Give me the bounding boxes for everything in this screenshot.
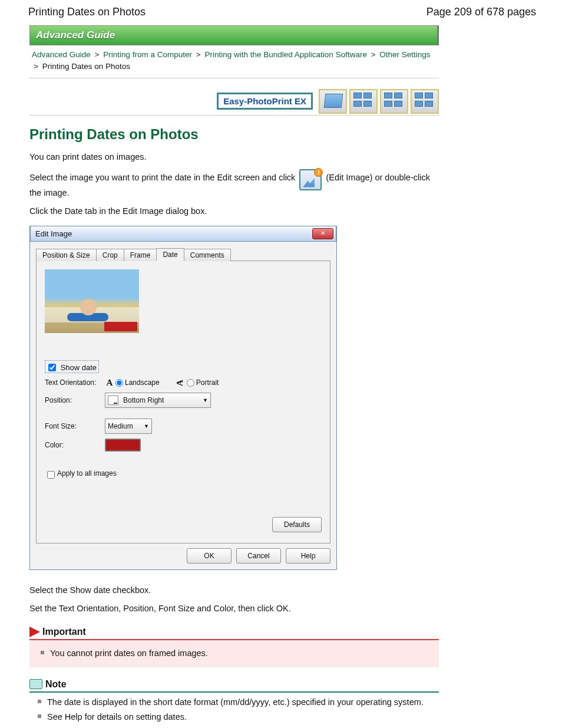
important-item: You cannot print dates on framed images. — [41, 647, 436, 660]
edit-image-icon: i — [299, 169, 322, 190]
dialog-titlebar: Edit Image ✕ — [30, 226, 336, 242]
dialog-title-text: Edit Image — [35, 229, 72, 238]
note-item: The date is displayed in the short date … — [38, 696, 439, 709]
layout-thumb-icon[interactable] — [411, 89, 439, 114]
important-callout: Important You cannot print dates on fram… — [29, 627, 439, 667]
tab-frame[interactable]: Frame — [124, 249, 157, 261]
orientation-portrait-label: Portrait — [196, 378, 219, 387]
position-value: Bottom Right — [123, 396, 164, 404]
defaults-button[interactable]: Defaults — [272, 517, 322, 532]
breadcrumb-sep: > — [196, 50, 201, 59]
note-item: See Help for details on setting dates. — [38, 711, 439, 723]
layout-thumb-icon[interactable] — [319, 89, 347, 114]
color-swatch-button[interactable] — [105, 439, 141, 452]
orientation-portrait-radio[interactable] — [187, 379, 194, 387]
edit-image-dialog: Edit Image ✕ Position & Size Crop Frame … — [29, 226, 337, 570]
instruction-text: Select the image you want to print the d… — [29, 169, 439, 199]
breadcrumb-link[interactable]: Other Settings — [379, 50, 430, 59]
show-date-checkbox[interactable] — [48, 364, 56, 371]
position-label: Position: — [45, 396, 105, 404]
apply-all-checkbox[interactable] — [47, 471, 55, 479]
orientation-landscape-label: Landscape — [125, 378, 160, 387]
layout-thumb-icon[interactable] — [380, 89, 408, 114]
note-heading: Note — [45, 679, 67, 690]
breadcrumb-sep: > — [34, 62, 38, 71]
breadcrumb-link[interactable]: Printing with the Bundled Application So… — [204, 50, 366, 59]
tab-date[interactable]: Date — [156, 248, 184, 261]
orientation-landscape-radio[interactable] — [115, 379, 123, 387]
app-icon-row: Easy-PhotoPrint EX — [29, 89, 439, 116]
note-callout: Note The date is displayed in the short … — [29, 679, 439, 723]
ok-button[interactable]: OK — [187, 548, 232, 564]
cancel-button[interactable]: Cancel — [236, 548, 281, 564]
breadcrumb-current: Printing Dates on Photos — [42, 62, 130, 71]
breadcrumb-link[interactable]: Advanced Guide — [32, 50, 91, 59]
chevron-down-icon: ▼ — [144, 423, 149, 429]
orientation-label: Text Orientation: — [45, 378, 105, 387]
tab-crop[interactable]: Crop — [96, 249, 124, 261]
important-flag-icon — [29, 627, 40, 637]
guide-banner-title: Advanced Guide — [36, 29, 115, 41]
page-header-right: Page 209 of 678 pages — [427, 6, 536, 18]
date-tab-pane: Show date Text Orientation: A Landscape … — [36, 261, 330, 543]
tab-comments[interactable]: Comments — [184, 249, 231, 261]
text-fragment: Select the image you want to print the d… — [29, 172, 297, 182]
app-badge[interactable]: Easy-PhotoPrint EX — [217, 93, 313, 110]
note-book-icon — [29, 679, 42, 689]
chevron-down-icon: ▼ — [203, 397, 208, 403]
dialog-tabbar: Position & Size Crop Frame Date Comments — [36, 246, 330, 261]
layout-thumb-icon[interactable] — [349, 89, 378, 114]
apply-all-label: Apply to all images — [57, 469, 117, 477]
position-dropdown[interactable]: Bottom Right ▼ — [105, 393, 211, 408]
portrait-a-icon: A — [174, 378, 184, 387]
breadcrumb: Advanced Guide > Printing from a Compute… — [29, 45, 439, 78]
font-size-label: Font Size: — [45, 422, 105, 430]
breadcrumb-link[interactable]: Printing from a Computer — [103, 50, 192, 59]
landscape-a-icon: A — [105, 378, 114, 388]
font-size-dropdown[interactable]: Medium ▼ — [105, 419, 152, 434]
guide-banner: Advanced Guide — [29, 25, 439, 45]
date-overlay-preview — [104, 322, 137, 331]
close-icon[interactable]: ✕ — [312, 228, 333, 239]
image-preview — [45, 269, 139, 333]
show-date-label: Show date — [61, 363, 97, 372]
important-heading: Important — [42, 627, 86, 637]
color-label: Color: — [45, 441, 105, 449]
intro-text: You can print dates on images. — [29, 151, 439, 163]
instruction-text: Click the Date tab in the Edit Image dia… — [29, 205, 439, 218]
help-button[interactable]: Help — [286, 548, 330, 564]
tab-position-size[interactable]: Position & Size — [36, 249, 97, 261]
breadcrumb-sep: > — [95, 50, 100, 59]
font-size-value: Medium — [108, 422, 133, 430]
section-title: Printing Dates on Photos — [29, 126, 439, 143]
instruction-text: Select the Show date checkbox. — [29, 584, 439, 597]
page-header-left: Printing Dates on Photos — [28, 6, 146, 18]
instruction-text: Set the Text Orientation, Position, Font… — [29, 602, 439, 615]
breadcrumb-sep: > — [371, 50, 376, 59]
